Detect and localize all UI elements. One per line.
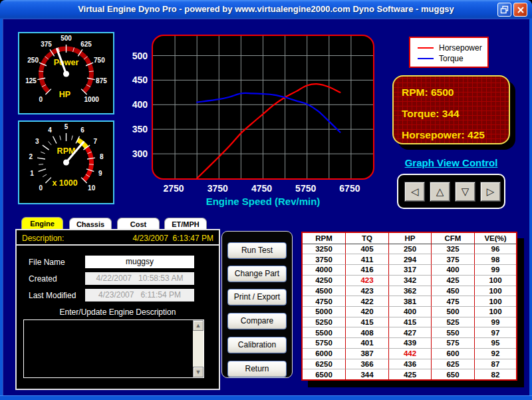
file-name-input[interactable]: muggsy <box>85 256 194 268</box>
engine-description-textarea[interactable]: ▲ ▼ <box>23 319 204 378</box>
description-timestamp: 4/23/2007 6:13:47 PM <box>133 234 213 243</box>
table-cell: 416 <box>346 264 389 275</box>
print-export-button[interactable]: Print / Export <box>227 289 287 305</box>
tab-et-mph[interactable]: ET/MPH <box>164 218 207 230</box>
table-cell: 99 <box>475 317 516 327</box>
pan-up-button[interactable]: △ <box>430 182 450 202</box>
table-cell: 100 <box>475 286 516 296</box>
table-cell: 405 <box>346 244 389 254</box>
column-header: HP <box>389 233 432 244</box>
pan-left-button[interactable]: ◁ <box>404 182 425 202</box>
table-cell: 400 <box>389 306 432 317</box>
table-cell: 97 <box>475 327 516 337</box>
legend-label: Horsepower <box>439 43 482 53</box>
pan-down-button[interactable]: ▽ <box>455 182 475 202</box>
svg-text:7: 7 <box>93 138 97 145</box>
last-modified-input: 4/23/2007 6:11:54 PM <box>85 289 194 301</box>
y-axis-tick: 300 <box>125 148 148 159</box>
svg-text:250: 250 <box>27 57 39 64</box>
svg-text:1000: 1000 <box>84 96 100 103</box>
y-axis-tick: 350 <box>125 124 148 134</box>
return-button[interactable]: Return <box>227 361 287 377</box>
scroll-up-button[interactable]: ▲ <box>193 320 203 331</box>
legend-swatch <box>418 47 434 49</box>
scroll-down-button[interactable]: ▼ <box>193 367 203 377</box>
table-row: 4250423342425100 <box>303 275 516 286</box>
x-axis-tick: 2750 <box>158 183 190 194</box>
field-label: File Name <box>29 258 65 267</box>
svg-text:875: 875 <box>96 77 107 85</box>
legend-swatch <box>418 58 434 59</box>
table-cell: 425 <box>389 369 432 379</box>
restore-button[interactable] <box>497 3 511 17</box>
svg-text:4: 4 <box>48 126 52 134</box>
title-bar[interactable]: Virtual Engine Dyno Pro - powered by www… <box>0 0 532 19</box>
legend-item: Horsepower <box>418 43 487 53</box>
run-test-button[interactable]: Run Test <box>227 242 287 259</box>
table-cell: 3250 <box>303 244 346 254</box>
readout-line: RPM: 6500 <box>402 82 509 103</box>
table-cell: 423 <box>346 286 389 296</box>
table-cell: 366 <box>346 359 389 369</box>
x-axis-title: Engine Speed (Rev/min) <box>152 196 374 207</box>
svg-text:125: 125 <box>25 77 37 85</box>
table-row: 625036643662587 <box>303 359 516 369</box>
tab-chassis[interactable]: Chassis <box>69 218 112 230</box>
separator <box>17 244 219 246</box>
table-cell: 500 <box>432 306 475 317</box>
table-cell: 422 <box>346 296 389 306</box>
graph-view-buttons: ◁△▽▷ <box>397 174 505 209</box>
compare-button[interactable]: Compare <box>227 313 287 329</box>
table-row: 525041541552599 <box>303 317 516 327</box>
table-cell: 362 <box>389 286 432 296</box>
pan-right-button[interactable]: ▷ <box>480 182 501 202</box>
readout-line: Horsepower: 425 <box>402 124 509 146</box>
table-cell: 342 <box>389 275 432 286</box>
calibration-button[interactable]: Calibration <box>227 337 287 353</box>
table-cell: 415 <box>346 317 389 327</box>
tab-engine[interactable]: Engine <box>21 217 63 230</box>
results-table: RPMTQHPCFMVE(%)3250405250325963750411294… <box>301 232 517 381</box>
svg-text:Power: Power <box>54 58 79 67</box>
table-cell: 82 <box>475 369 516 379</box>
column-header: TQ <box>346 233 389 244</box>
table-cell: 6000 <box>303 348 346 359</box>
table-cell: 100 <box>475 275 516 286</box>
description-panel: Description: 4/23/2007 6:13:47 PM File N… <box>15 229 220 390</box>
close-button[interactable] <box>513 3 527 17</box>
svg-text:0: 0 <box>39 96 43 103</box>
table-cell: 5250 <box>303 317 346 327</box>
table-cell: 99 <box>475 264 516 275</box>
readout-line: Torque: 344 <box>402 103 509 124</box>
scrollbar[interactable]: ▲ ▼ <box>193 320 203 377</box>
window-title: Virtual Engine Dyno Pro - powered by www… <box>40 4 492 14</box>
table-row: 650034442565082 <box>303 369 516 379</box>
svg-text:x 1000: x 1000 <box>52 178 77 188</box>
svg-text:1: 1 <box>30 170 34 177</box>
table-cell: 5000 <box>303 306 346 317</box>
svg-text:0: 0 <box>39 184 43 192</box>
svg-text:2: 2 <box>29 153 33 160</box>
column-header: VE(%) <box>475 233 516 244</box>
tab-cost[interactable]: Cost <box>117 218 160 230</box>
table-cell: 475 <box>432 296 475 306</box>
table-cell: 100 <box>475 306 516 317</box>
svg-text:HP: HP <box>59 90 70 99</box>
table-row: 400041631740099 <box>303 264 516 275</box>
table-row: 5000420400500100 <box>303 306 516 317</box>
x-axis-tick: 6750 <box>334 183 366 194</box>
legend-item: Torque <box>418 53 487 64</box>
field-label: Last Modified <box>29 291 76 300</box>
table-cell: 450 <box>432 286 475 296</box>
table-cell: 415 <box>389 317 432 327</box>
svg-text:625: 625 <box>80 41 92 48</box>
legend-label: Torque <box>439 54 464 63</box>
graph-view-control-link[interactable]: Graph View Control <box>397 157 505 168</box>
table-cell: 387 <box>346 348 389 359</box>
change-part-button[interactable]: Change Part <box>227 266 287 282</box>
table-cell: 439 <box>389 337 432 348</box>
field-label: Created <box>29 274 57 284</box>
svg-text:9: 9 <box>98 170 102 177</box>
table-cell: 401 <box>346 337 389 348</box>
dyno-graph <box>152 35 374 180</box>
